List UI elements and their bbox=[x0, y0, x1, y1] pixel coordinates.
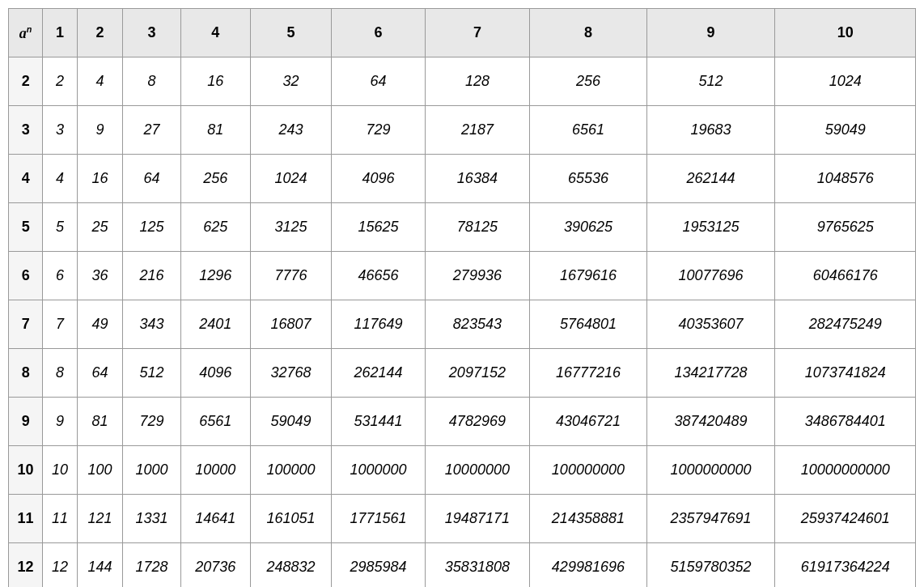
cell: 25937424601 bbox=[775, 495, 916, 543]
cell: 390625 bbox=[530, 203, 646, 252]
row-header: 5 bbox=[9, 203, 43, 252]
cell: 117649 bbox=[332, 300, 425, 349]
row-header: 10 bbox=[9, 446, 43, 495]
col-header: 10 bbox=[775, 9, 916, 57]
table-row: 9 9 81 729 6561 59049 531441 4782969 430… bbox=[9, 398, 916, 446]
cell: 262144 bbox=[332, 349, 425, 398]
corner-exp: n bbox=[27, 24, 32, 34]
cell: 64 bbox=[332, 57, 425, 106]
cell: 1048576 bbox=[775, 155, 916, 203]
col-header: 1 bbox=[43, 9, 77, 57]
cell: 387420489 bbox=[646, 398, 775, 446]
corner-base: a bbox=[19, 25, 27, 41]
col-header: 4 bbox=[180, 9, 250, 57]
col-header: 3 bbox=[123, 9, 180, 57]
table-row: 3 3 9 27 81 243 729 2187 6561 19683 5904… bbox=[9, 106, 916, 155]
cell: 5159780352 bbox=[646, 543, 775, 588]
row-header: 7 bbox=[9, 300, 43, 349]
cell: 823543 bbox=[425, 300, 530, 349]
cell: 64 bbox=[123, 155, 180, 203]
cell: 81 bbox=[180, 106, 250, 155]
cell: 256 bbox=[180, 155, 250, 203]
cell: 256 bbox=[530, 57, 646, 106]
cell: 12 bbox=[43, 543, 77, 588]
row-header: 8 bbox=[9, 349, 43, 398]
cell: 27 bbox=[123, 106, 180, 155]
cell: 2985984 bbox=[332, 543, 425, 588]
cell: 46656 bbox=[332, 252, 425, 300]
cell: 10 bbox=[43, 446, 77, 495]
cell: 6 bbox=[43, 252, 77, 300]
cell: 65536 bbox=[530, 155, 646, 203]
cell: 121 bbox=[77, 495, 123, 543]
table-row: 6 6 36 216 1296 7776 46656 279936 167961… bbox=[9, 252, 916, 300]
cell: 78125 bbox=[425, 203, 530, 252]
cell: 1000 bbox=[123, 446, 180, 495]
cell: 243 bbox=[250, 106, 332, 155]
col-header: 5 bbox=[250, 9, 332, 57]
cell: 1953125 bbox=[646, 203, 775, 252]
cell: 2357947691 bbox=[646, 495, 775, 543]
cell: 14641 bbox=[180, 495, 250, 543]
table-row: 12 12 144 1728 20736 248832 2985984 3583… bbox=[9, 543, 916, 588]
cell: 343 bbox=[123, 300, 180, 349]
cell: 214358881 bbox=[530, 495, 646, 543]
powers-table: an 1 2 3 4 5 6 7 8 9 10 2 2 4 8 16 32 64… bbox=[8, 8, 916, 587]
cell: 81 bbox=[77, 398, 123, 446]
cell: 1000000000 bbox=[646, 446, 775, 495]
cell: 1296 bbox=[180, 252, 250, 300]
cell: 512 bbox=[646, 57, 775, 106]
cell: 512 bbox=[123, 349, 180, 398]
cell: 6561 bbox=[180, 398, 250, 446]
cell: 4096 bbox=[180, 349, 250, 398]
cell: 429981696 bbox=[530, 543, 646, 588]
cell: 1024 bbox=[775, 57, 916, 106]
row-header: 6 bbox=[9, 252, 43, 300]
cell: 7 bbox=[43, 300, 77, 349]
row-header: 3 bbox=[9, 106, 43, 155]
cell: 16 bbox=[180, 57, 250, 106]
cell: 6561 bbox=[530, 106, 646, 155]
cell: 1771561 bbox=[332, 495, 425, 543]
cell: 10077696 bbox=[646, 252, 775, 300]
corner-header: an bbox=[9, 9, 43, 57]
cell: 729 bbox=[123, 398, 180, 446]
cell: 2401 bbox=[180, 300, 250, 349]
cell: 49 bbox=[77, 300, 123, 349]
cell: 2 bbox=[43, 57, 77, 106]
cell: 125 bbox=[123, 203, 180, 252]
table-row: 10 10 100 1000 10000 100000 1000000 1000… bbox=[9, 446, 916, 495]
cell: 36 bbox=[77, 252, 123, 300]
table-row: 11 11 121 1331 14641 161051 1771561 1948… bbox=[9, 495, 916, 543]
cell: 9 bbox=[77, 106, 123, 155]
table-row: 8 8 64 512 4096 32768 262144 2097152 167… bbox=[9, 349, 916, 398]
cell: 10000000000 bbox=[775, 446, 916, 495]
cell: 9 bbox=[43, 398, 77, 446]
cell: 1679616 bbox=[530, 252, 646, 300]
cell: 216 bbox=[123, 252, 180, 300]
cell: 16807 bbox=[250, 300, 332, 349]
cell: 128 bbox=[425, 57, 530, 106]
cell: 59049 bbox=[250, 398, 332, 446]
cell: 100 bbox=[77, 446, 123, 495]
col-header: 2 bbox=[77, 9, 123, 57]
cell: 61917364224 bbox=[775, 543, 916, 588]
cell: 1024 bbox=[250, 155, 332, 203]
cell: 8 bbox=[43, 349, 77, 398]
cell: 729 bbox=[332, 106, 425, 155]
col-header: 7 bbox=[425, 9, 530, 57]
cell: 59049 bbox=[775, 106, 916, 155]
row-header: 9 bbox=[9, 398, 43, 446]
cell: 282475249 bbox=[775, 300, 916, 349]
cell: 4096 bbox=[332, 155, 425, 203]
cell: 100000000 bbox=[530, 446, 646, 495]
cell: 4782969 bbox=[425, 398, 530, 446]
table-row: 4 4 16 64 256 1024 4096 16384 65536 2621… bbox=[9, 155, 916, 203]
col-header: 9 bbox=[646, 9, 775, 57]
cell: 19683 bbox=[646, 106, 775, 155]
cell: 1331 bbox=[123, 495, 180, 543]
cell: 1000000 bbox=[332, 446, 425, 495]
cell: 262144 bbox=[646, 155, 775, 203]
cell: 16777216 bbox=[530, 349, 646, 398]
cell: 11 bbox=[43, 495, 77, 543]
